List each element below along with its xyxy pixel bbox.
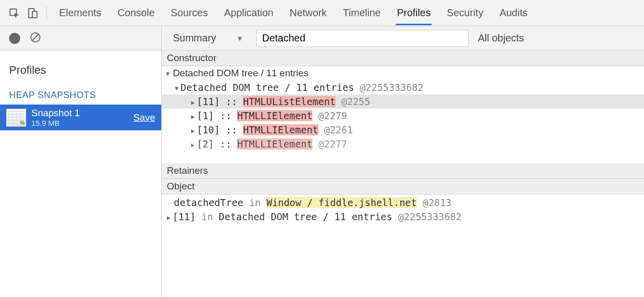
svg-line-4 bbox=[32, 34, 38, 40]
disclosure-closed-icon[interactable] bbox=[191, 110, 197, 121]
snapshot-meta: Snapshot 1 15.9 MB bbox=[31, 108, 133, 127]
retainers-header[interactable]: Retainers bbox=[162, 163, 644, 179]
tree-row[interactable]: [10] :: HTMLLIElement @2261 bbox=[162, 123, 644, 137]
disclosure-open-icon[interactable] bbox=[175, 82, 180, 93]
tab-application[interactable]: Application bbox=[223, 1, 274, 25]
heap-content: Constructor Detached DOM tree / 11 entri… bbox=[162, 51, 644, 297]
toolbar-left bbox=[0, 26, 162, 50]
disclosure-closed-icon[interactable] bbox=[191, 96, 197, 107]
main-split: Profiles HEAP SNAPSHOTS Snapshot 1 15.9 … bbox=[0, 51, 644, 297]
object-column-header[interactable]: Object bbox=[162, 179, 644, 194]
sidebar-title: Profiles bbox=[0, 56, 161, 86]
tab-timeline[interactable]: Timeline bbox=[342, 1, 382, 25]
tree-root[interactable]: Detached DOM tree / 11 entries bbox=[162, 66, 644, 80]
tree-group[interactable]: Detached DOM tree / 11 entries @22553336… bbox=[162, 80, 644, 94]
tree-row[interactable]: [1] :: HTMLLIElement @2279 bbox=[162, 109, 644, 123]
toolbar-right: Summary ▼ All objects bbox=[162, 26, 644, 50]
tab-audits[interactable]: Audits bbox=[498, 1, 529, 25]
disclosure-closed-icon[interactable] bbox=[167, 211, 172, 222]
view-select-label: Summary bbox=[173, 32, 216, 44]
sidebar-section-label: HEAP SNAPSHOTS bbox=[0, 86, 161, 105]
object-scope-select[interactable]: All objects bbox=[478, 32, 524, 44]
disclosure-closed-icon[interactable] bbox=[191, 138, 197, 150]
snapshot-thumb-icon bbox=[6, 109, 26, 127]
view-select[interactable]: Summary ▼ bbox=[169, 31, 247, 45]
snapshot-item[interactable]: Snapshot 1 15.9 MB Save bbox=[0, 105, 161, 130]
panel-tabs: Elements Console Sources Application Net… bbox=[58, 1, 529, 25]
tab-console[interactable]: Console bbox=[116, 1, 155, 25]
tab-elements[interactable]: Elements bbox=[58, 1, 102, 25]
chevron-down-icon: ▼ bbox=[237, 34, 244, 42]
device-toolbar-icon[interactable] bbox=[23, 4, 41, 22]
devtools-tabstrip: Elements Console Sources Application Net… bbox=[0, 0, 644, 26]
disclosure-closed-icon[interactable] bbox=[191, 124, 197, 135]
snapshot-save-link[interactable]: Save bbox=[133, 112, 155, 123]
tab-sources[interactable]: Sources bbox=[170, 1, 209, 25]
retainer-row[interactable]: [11] in Detached DOM tree / 11 entries @… bbox=[162, 210, 644, 224]
snapshot-size: 15.9 MB bbox=[31, 119, 133, 127]
inspect-element-icon[interactable] bbox=[5, 4, 23, 22]
tab-network[interactable]: Network bbox=[289, 1, 328, 25]
retainers-tree[interactable]: detachedTree in Window / fiddle.jshell.n… bbox=[162, 194, 644, 297]
profiles-sidebar: Profiles HEAP SNAPSHOTS Snapshot 1 15.9 … bbox=[0, 51, 162, 297]
class-filter-input[interactable] bbox=[256, 30, 469, 47]
snapshot-title: Snapshot 1 bbox=[31, 108, 133, 119]
retainer-row[interactable]: detachedTree in Window / fiddle.jshell.n… bbox=[162, 195, 644, 210]
tab-security[interactable]: Security bbox=[446, 1, 484, 25]
clear-icon[interactable] bbox=[29, 31, 41, 45]
tab-profiles[interactable]: Profiles bbox=[396, 1, 432, 25]
constructors-tree[interactable]: Detached DOM tree / 11 entries Detached … bbox=[162, 66, 644, 163]
tree-row[interactable]: [11] :: HTMLUListElement @2255 bbox=[162, 94, 644, 109]
separator bbox=[47, 7, 47, 20]
tree-row[interactable]: [2] :: HTMLLIElement @2277 bbox=[162, 137, 644, 151]
constructor-column-header[interactable]: Constructor bbox=[162, 51, 644, 66]
svg-rect-2 bbox=[32, 11, 37, 18]
record-button[interactable] bbox=[9, 33, 20, 44]
disclosure-open-icon[interactable] bbox=[165, 68, 173, 78]
profiles-toolbar: Summary ▼ All objects bbox=[0, 26, 644, 51]
